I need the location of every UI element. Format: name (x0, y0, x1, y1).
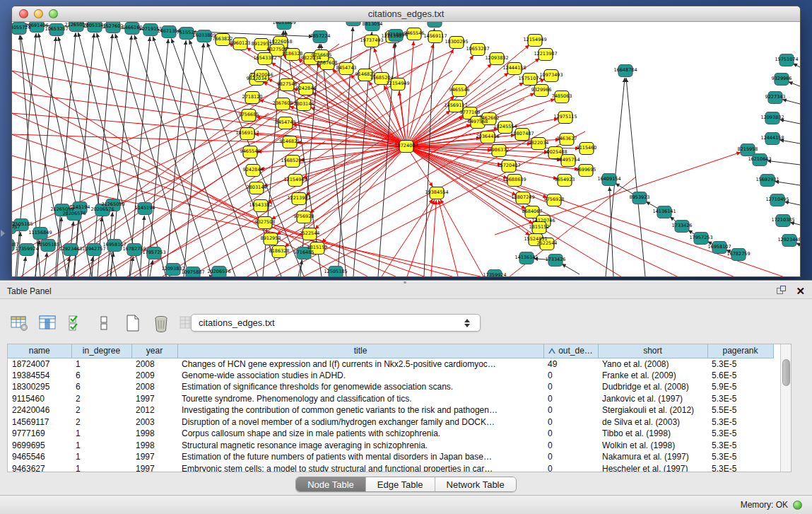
panel-collapse-arrow-icon[interactable] (1, 230, 5, 237)
graph-node[interactable] (346, 22, 360, 26)
table-cell[interactable]: 0 (543, 416, 598, 428)
table-cell[interactable]: 5.5E-5 (707, 404, 773, 416)
table-cell[interactable]: 2 (71, 416, 131, 428)
table-cell[interactable]: Jankovic et al. (1997) (598, 393, 707, 405)
tab-node-table[interactable]: Node Table (296, 477, 366, 491)
table-cell[interactable]: Stergiakouli et al. (2012) (598, 404, 707, 416)
table-cell[interactable]: Estimation of the future numbers of pati… (177, 451, 543, 463)
table-cell[interactable]: 2 (71, 404, 131, 416)
table-cell[interactable]: 0 (543, 428, 598, 440)
table-cell[interactable]: 2009 (131, 370, 177, 382)
table-vertical-scrollbar[interactable] (780, 344, 791, 472)
table-cell[interactable]: 5.3E-5 (707, 416, 773, 428)
table-row[interactable]: 911546021997Tourette syndrome. Phenomeno… (8, 393, 773, 405)
table-cell[interactable]: Hescheler et al. (1997) (598, 463, 707, 473)
table-cell[interactable]: 1997 (131, 463, 177, 473)
table-cell[interactable]: 5.3E-5 (707, 440, 773, 452)
tab-edge-table[interactable]: Edge Table (366, 477, 435, 491)
tab-network-table[interactable]: Network Table (435, 477, 516, 491)
table-cell[interactable]: 22420046 (8, 404, 71, 416)
table-cell[interactable]: 1 (71, 428, 131, 440)
network-canvas[interactable]: 1872400798220342718120975668514569117946… (12, 22, 800, 276)
show-columns-icon[interactable] (38, 313, 58, 333)
table-cell[interactable]: 2 (71, 393, 131, 405)
table-cell[interactable]: 18300295 (8, 381, 71, 393)
table-cell[interactable]: Structural magnetic resonance image aver… (177, 440, 543, 452)
table-cell[interactable]: 9777169 (8, 428, 71, 440)
table-cell[interactable]: 5.3E-5 (707, 428, 773, 440)
table-cell[interactable]: Nakamura et al. (1997) (598, 451, 707, 463)
network-window[interactable]: citations_edges.txt 18724007982203427181… (11, 6, 801, 277)
column-header-in_degree[interactable]: in_degree (71, 344, 131, 358)
table-cell[interactable]: 9699695 (8, 440, 71, 452)
table-row[interactable]: 1456911722003Disruption of a novel membe… (8, 416, 773, 428)
close-window-icon[interactable] (19, 9, 28, 18)
column-header-title[interactable]: title (177, 344, 543, 358)
table-cell[interactable]: 5.9E-5 (707, 381, 773, 393)
table-cell[interactable]: 0 (543, 404, 598, 416)
table-cell[interactable]: 6 (71, 370, 131, 382)
table-cell[interactable]: 1 (71, 463, 131, 473)
table-cell[interactable]: Investigating the contribution of common… (177, 404, 543, 416)
column-header-short[interactable]: short (598, 344, 707, 358)
scrollbar-thumb[interactable] (782, 359, 790, 386)
table-cell[interactable]: 5.3E-5 (707, 358, 773, 370)
table-row[interactable]: 946362711997Embryonic stem cells: a mode… (8, 463, 773, 473)
column-header-out_de[interactable]: out_de… (543, 344, 598, 358)
table-select-combo[interactable]: citations_edges.txt (191, 314, 481, 332)
new-table-icon[interactable] (123, 313, 143, 333)
table-cell[interactable]: Franke et al. (2009) (598, 370, 707, 382)
table-cell[interactable]: 5.3E-5 (707, 393, 773, 405)
table-cell[interactable]: Yano et al. (2008) (598, 358, 707, 370)
column-header-year[interactable]: year (131, 344, 177, 358)
table-cell[interactable]: 0 (543, 370, 598, 382)
table-cell[interactable]: 9463627 (8, 463, 71, 473)
table-cell[interactable]: Disruption of a novel member of a sodium… (177, 416, 543, 428)
table-cell[interactable]: Corpus callosum shape and size in male p… (177, 428, 543, 440)
table-cell[interactable]: 1998 (131, 428, 177, 440)
table-cell[interactable]: 9115460 (8, 393, 71, 405)
table-cell[interactable]: Wolkin et al. (1998) (598, 440, 707, 452)
table-cell[interactable]: Changes of HCN gene expression and I(f) … (177, 358, 543, 370)
table-cell[interactable]: 0 (543, 440, 598, 452)
table-cell[interactable]: 0 (543, 381, 598, 393)
table-cell[interactable]: 18724007 (8, 358, 71, 370)
table-row[interactable]: 2242004622012Investigating the contribut… (8, 404, 773, 416)
table-cell[interactable]: 2008 (131, 381, 177, 393)
table-cell[interactable]: Embryonic stem cells: a model to study s… (177, 463, 543, 473)
table-cell[interactable]: 0 (543, 451, 598, 463)
minimize-window-icon[interactable] (34, 9, 43, 18)
delete-trash-icon[interactable] (151, 313, 171, 333)
float-panel-icon[interactable] (777, 286, 787, 296)
table-cell[interactable]: Dudbridge et al. (2008) (598, 381, 707, 393)
column-header-pagerank[interactable]: pagerank (707, 344, 773, 358)
zoom-window-icon[interactable] (49, 9, 58, 18)
table-cell[interactable]: 1 (71, 440, 131, 452)
close-panel-icon[interactable]: ✕ (796, 286, 805, 296)
table-row[interactable]: 1830029562008Estimation of significance … (8, 381, 773, 393)
table-settings-icon[interactable] (10, 313, 30, 333)
table-row[interactable]: 977716911998Corpus callosum shape and si… (8, 428, 773, 440)
table-row[interactable]: 1872400712008Changes of HCN gene express… (8, 358, 773, 370)
table-row[interactable]: 969969511998Structural magnetic resonanc… (8, 440, 773, 452)
table-cell[interactable]: 49 (543, 358, 598, 370)
row-height-icon[interactable] (95, 313, 114, 333)
table-cell[interactable]: 2012 (131, 404, 177, 416)
table-cell[interactable]: 0 (543, 393, 598, 405)
table-cell[interactable]: 2003 (131, 416, 177, 428)
table-row[interactable]: 1938455462009Genome-wide association stu… (8, 370, 773, 382)
table-cell[interactable]: 1998 (131, 440, 177, 452)
table-cell[interactable]: 1997 (131, 451, 177, 463)
table-cell[interactable]: 1997 (131, 393, 177, 405)
table-cell[interactable]: 1 (71, 358, 131, 370)
table-cell[interactable]: 5.3E-5 (707, 451, 773, 463)
table-cell[interactable]: Genome-wide association studies in ADHD. (177, 370, 543, 382)
table-cell[interactable]: Tourette syndrome. Phenomenology and cla… (177, 393, 543, 405)
table-cell[interactable]: 1 (71, 451, 131, 463)
table-cell[interactable]: 19384554 (8, 370, 71, 382)
select-rows-icon[interactable] (66, 313, 86, 333)
table-cell[interactable]: 6 (71, 381, 131, 393)
table-cell[interactable]: Estimation of significance thresholds fo… (177, 381, 543, 393)
table-cell[interactable]: 2008 (131, 358, 177, 370)
column-header-name[interactable]: name (8, 344, 71, 358)
